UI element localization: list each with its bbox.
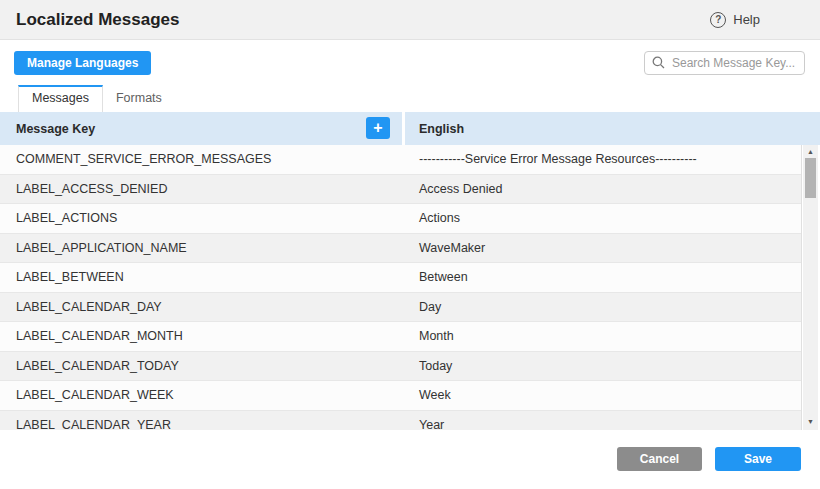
plus-icon: +	[373, 119, 382, 136]
english-value-cell[interactable]: Between	[402, 270, 801, 284]
table-row[interactable]: COMMENT_SERVICE_ERROR_MESSAGES ---------…	[0, 145, 801, 175]
table-row[interactable]: LABEL_CALENDAR_YEAR Year	[0, 411, 801, 431]
english-value-cell[interactable]: -----------Service Error Message Resourc…	[402, 152, 801, 166]
manage-languages-button[interactable]: Manage Languages	[14, 51, 151, 75]
message-key-cell[interactable]: LABEL_APPLICATION_NAME	[0, 241, 402, 255]
table-body: COMMENT_SERVICE_ERROR_MESSAGES ---------…	[0, 145, 820, 430]
message-key-cell[interactable]: LABEL_CALENDAR_MONTH	[0, 329, 402, 343]
table-row[interactable]: LABEL_ACCESS_DENIED Access Denied	[0, 175, 801, 205]
add-message-key-button[interactable]: +	[366, 117, 390, 139]
english-value-cell[interactable]: Week	[402, 388, 801, 402]
table-row[interactable]: LABEL_BETWEEN Between	[0, 263, 801, 293]
table-row[interactable]: LABEL_ACTIONS Actions	[0, 204, 801, 234]
message-key-cell[interactable]: COMMENT_SERVICE_ERROR_MESSAGES	[0, 152, 402, 166]
table-row[interactable]: LABEL_CALENDAR_TODAY Today	[0, 352, 801, 382]
dialog-header: Localized Messages ? Help	[0, 0, 820, 40]
tab-bar: Messages Formats	[0, 85, 820, 112]
scrollbar-thumb[interactable]	[805, 158, 816, 198]
message-key-cell[interactable]: LABEL_CALENDAR_YEAR	[0, 418, 402, 430]
message-key-cell[interactable]: LABEL_CALENDAR_DAY	[0, 300, 402, 314]
message-key-cell[interactable]: LABEL_CALENDAR_TODAY	[0, 359, 402, 373]
tab-messages[interactable]: Messages	[18, 85, 103, 112]
help-circle-icon: ?	[710, 12, 726, 28]
message-key-cell[interactable]: LABEL_ACCESS_DENIED	[0, 182, 402, 196]
english-header-label: English	[419, 122, 464, 136]
english-value-cell[interactable]: Today	[402, 359, 801, 373]
chevron-up-icon[interactable]: ▲	[803, 147, 818, 157]
search-box	[644, 51, 805, 75]
message-key-header-label: Message Key	[16, 122, 95, 136]
search-input[interactable]	[644, 51, 805, 75]
search-icon	[652, 56, 665, 69]
english-value-cell[interactable]: Day	[402, 300, 801, 314]
chevron-down-icon[interactable]: ▼	[803, 417, 818, 427]
table-row[interactable]: LABEL_CALENDAR_DAY Day	[0, 293, 801, 323]
table-row[interactable]: LABEL_APPLICATION_NAME WaveMaker	[0, 234, 801, 264]
english-value-cell[interactable]: WaveMaker	[402, 241, 801, 255]
column-header-message-key: Message Key +	[0, 112, 402, 145]
english-value-cell[interactable]: Month	[402, 329, 801, 343]
toolbar: Manage Languages	[0, 40, 820, 85]
table-rows: COMMENT_SERVICE_ERROR_MESSAGES ---------…	[0, 145, 802, 430]
help-label: Help	[733, 12, 760, 27]
page-title: Localized Messages	[16, 10, 179, 30]
table-row[interactable]: LABEL_CALENDAR_WEEK Week	[0, 381, 801, 411]
save-button[interactable]: Save	[715, 447, 801, 471]
english-value-cell[interactable]: Actions	[402, 211, 801, 225]
vertical-scrollbar[interactable]: ▲ ▼	[803, 145, 818, 430]
dialog-footer: Cancel Save	[0, 430, 820, 471]
help-button[interactable]: ? Help	[710, 12, 760, 28]
column-header-english: English	[402, 112, 820, 145]
tab-formats[interactable]: Formats	[103, 85, 175, 112]
english-value-cell[interactable]: Access Denied	[402, 182, 801, 196]
cancel-button[interactable]: Cancel	[617, 447, 702, 471]
table-header: Message Key + English	[0, 112, 820, 145]
message-key-cell[interactable]: LABEL_BETWEEN	[0, 270, 402, 284]
message-key-cell[interactable]: LABEL_ACTIONS	[0, 211, 402, 225]
english-value-cell[interactable]: Year	[402, 418, 801, 430]
message-key-cell[interactable]: LABEL_CALENDAR_WEEK	[0, 388, 402, 402]
table-row[interactable]: LABEL_CALENDAR_MONTH Month	[0, 322, 801, 352]
